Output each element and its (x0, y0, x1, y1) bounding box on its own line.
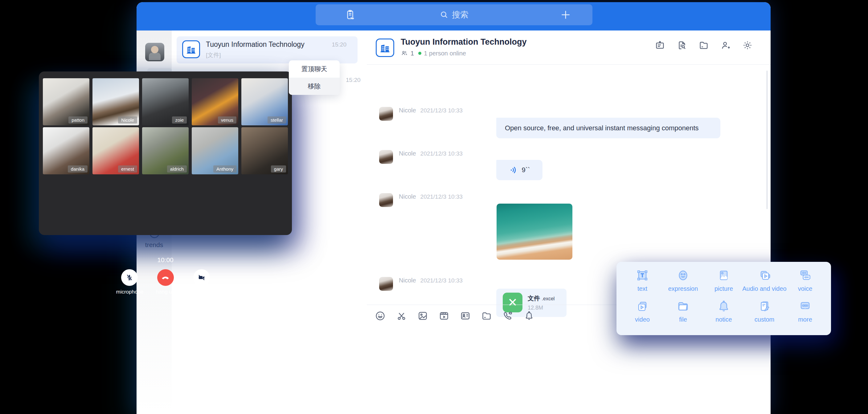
chat-panel: Tuoyun Information Technology 1 1 person… (367, 31, 771, 414)
top-bar: 搜索 (136, 2, 771, 31)
tool-label: video (635, 316, 650, 323)
sender-name: Nicole (399, 277, 416, 284)
hang-up-label: hang up (153, 289, 179, 295)
participant-tile[interactable]: patton (43, 78, 89, 125)
tool-voice[interactable]: voice (785, 268, 826, 299)
participant-tile[interactable]: aldrich (142, 127, 189, 174)
tool-custom[interactable]: custom (744, 299, 785, 329)
message-time: 2021/12/3 10:33 (421, 277, 463, 284)
menu-item-pin-chat[interactable]: 置顶聊天 (289, 60, 340, 77)
tool-label: text (638, 285, 647, 292)
notification-bell-icon[interactable] (523, 310, 535, 322)
tool-text[interactable]: text (622, 268, 663, 299)
message-time: 2021/12/3 10:33 (421, 193, 463, 200)
tool-audio-video[interactable]: Audio and video (744, 268, 785, 299)
participant-tile[interactable]: zoie (142, 78, 189, 125)
call-timer: 10:00 (39, 256, 292, 264)
tool-label: voice (798, 285, 812, 292)
video-call-icon[interactable] (502, 310, 514, 322)
camera-off-button[interactable] (193, 269, 210, 286)
online-status: 1 person online (424, 50, 466, 57)
tool-expression[interactable]: expression (663, 268, 704, 299)
message-types-panel: text expression picture (617, 262, 831, 335)
voice-message-bubble[interactable]: 9`` (496, 160, 542, 180)
sender-name: Nicole (399, 107, 416, 114)
group-avatar-building-icon (182, 40, 200, 58)
sender-name: Nicole (399, 150, 416, 157)
sender-avatar[interactable] (379, 193, 393, 207)
search-field[interactable]: 搜索 (316, 4, 592, 25)
message-meta: Nicole2021/12/3 10:33 (399, 107, 463, 114)
message-meta: Nicole2021/12/3 10:33 (399, 193, 463, 200)
contact-card-icon[interactable] (460, 310, 471, 322)
tool-more[interactable]: more (785, 299, 826, 329)
tool-picture[interactable]: picture (704, 268, 744, 299)
tool-label: file (679, 316, 687, 323)
chat-history-search-icon[interactable] (676, 40, 687, 51)
sender-avatar[interactable] (379, 277, 393, 291)
hang-up-button[interactable] (157, 269, 174, 286)
file-ext: .excel (542, 296, 555, 301)
tool-video[interactable]: video (622, 299, 663, 329)
group-notice-icon[interactable] (654, 40, 665, 51)
participant-tile[interactable]: stellar (241, 78, 288, 125)
tool-file[interactable]: file (663, 299, 704, 329)
settings-gear-icon[interactable] (742, 40, 753, 51)
picture-icon[interactable] (417, 310, 429, 322)
sender-name: Nicole (399, 193, 416, 200)
add-member-icon[interactable] (720, 40, 731, 51)
page: { "topbar": {"search_placeholder": "搜索"}… (0, 0, 868, 414)
excel-file-icon: ✕ (503, 293, 523, 312)
conversation-preview: [文件] (206, 51, 221, 59)
member-count: 1 (410, 50, 414, 57)
members-icon (401, 50, 408, 57)
voice-wave-icon (509, 165, 518, 174)
context-menu: 置顶聊天 移除 (289, 60, 340, 95)
participant-name: patton (68, 117, 88, 124)
participant-tile[interactable]: ernest (92, 127, 139, 174)
my-avatar[interactable] (145, 43, 164, 61)
participant-tile[interactable]: gary (241, 127, 288, 174)
sender-avatar[interactable] (379, 150, 393, 164)
tool-label: picture (714, 285, 733, 292)
message-time: 2021/12/3 10:33 (421, 150, 463, 157)
conversation-title: Tuoyun Information Technology (206, 40, 305, 49)
participant-tile[interactable]: Anthony (192, 127, 238, 174)
text-message-bubble[interactable]: Open source, free, and universal instant… (496, 118, 720, 138)
tool-label: expression (668, 285, 698, 292)
group-file-icon[interactable] (698, 40, 709, 51)
participant-name: danika (68, 165, 88, 172)
chat-avatar-building-icon (376, 38, 394, 57)
microphone-mute-button[interactable] (121, 269, 138, 286)
video-clapper-icon[interactable] (438, 310, 450, 322)
emoji-icon[interactable] (374, 310, 386, 322)
camera-label: Camera (189, 289, 215, 295)
chat-subtitle: 1 1 person online (401, 50, 466, 57)
menu-item-remove[interactable]: 移除 (289, 77, 340, 95)
conversation-time: 15:20 (346, 77, 361, 84)
participant-name: zoie (172, 117, 187, 124)
search-bar[interactable]: 搜索 (316, 4, 592, 25)
participant-name: aldrich (167, 165, 187, 172)
microphone-label: microphone (116, 289, 142, 295)
image-message-beach-photo[interactable] (497, 203, 572, 260)
call-control-labels: microphone hang up Camera (39, 289, 292, 295)
call-controls (39, 269, 292, 286)
conversation-item[interactable]: Tuoyun Information Technology [文件] 15:20 (177, 36, 358, 63)
trends-label[interactable]: trends (136, 241, 172, 249)
add-icon[interactable] (560, 9, 571, 21)
scrollbar[interactable] (766, 70, 768, 209)
participant-name: gary (271, 165, 286, 172)
sender-avatar[interactable] (379, 107, 393, 121)
tool-notice[interactable]: notice (704, 299, 744, 329)
participant-grid: patton Nicole zoie venus stellar danika … (43, 78, 288, 174)
participant-name: venus (218, 117, 237, 124)
participant-tile[interactable]: Nicole (92, 78, 139, 125)
message-time: 2021/12/3 10:33 (421, 107, 463, 114)
participant-tile[interactable]: venus (192, 78, 238, 125)
participant-tile[interactable]: danika (43, 127, 89, 174)
screenshot-scissors-icon[interactable] (396, 310, 407, 322)
search-icon (439, 10, 449, 20)
participant-name: ernest (118, 165, 137, 172)
folder-icon[interactable] (481, 310, 492, 322)
